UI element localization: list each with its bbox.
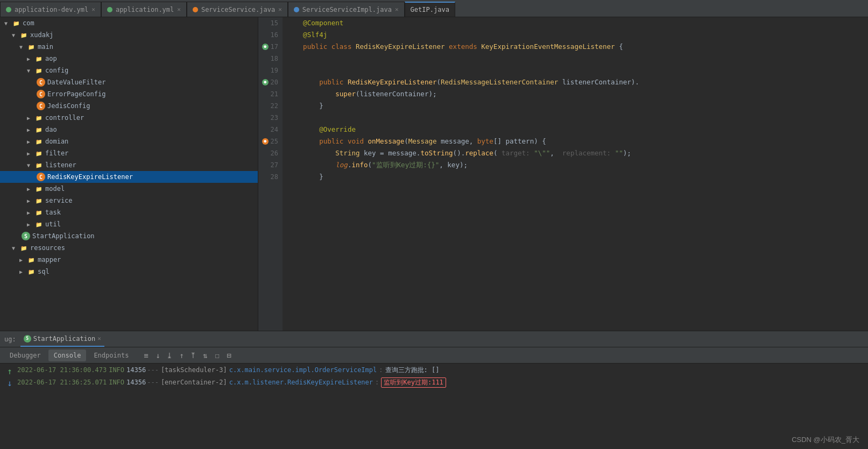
tab-service-service-impl-java[interactable]: ServiceServiceImpl.java ✕ — [288, 2, 405, 17]
tab-debugger-label: Debugger — [10, 352, 41, 359]
tab-endpoints[interactable]: Endpoints — [88, 350, 134, 361]
arrow-model: ▶ — [27, 186, 34, 192]
tree-item-startapplication[interactable]: S StartApplication — [0, 230, 258, 242]
debug-tab-startapplication[interactable]: S StartApplication ✕ — [20, 331, 104, 347]
arrow-sql: ▶ — [19, 269, 27, 275]
tab-application-yml[interactable]: application.yml ✕ — [101, 2, 187, 17]
line-28: 28 — [263, 171, 278, 183]
tree-item-service[interactable]: ▶ 📁 service — [0, 195, 258, 206]
tree-item-listener[interactable]: ▼ 📁 listener — [0, 159, 258, 171]
code-editor[interactable]: 15 16 ● 17 18 19 ● 20 — [258, 17, 868, 331]
tab-label-service-service-java: ServiceService.java — [201, 6, 275, 13]
code-line-17: public class RedisKeyExpireListener exte… — [287, 41, 868, 53]
toolbar-btn-stop[interactable]: ☐ — [211, 350, 222, 361]
toolbar-btn-menu[interactable]: ≡ — [140, 350, 151, 361]
tab-label-application-yml: application.yml — [116, 6, 174, 13]
log-pid-2: 14356 — [126, 379, 146, 386]
tree-item-main[interactable]: ▼ 📁 main — [0, 41, 258, 53]
watermark-text: CSDN @小码农_胥大 — [792, 436, 859, 444]
tab-service-service-java[interactable]: ServiceService.java ✕ — [187, 2, 288, 17]
tree-label-main: main — [38, 43, 53, 51]
tree-label-xudakj: xudakj — [30, 31, 53, 39]
tree-label-filter: filter — [45, 149, 68, 157]
tree-item-dao[interactable]: ▶ 📁 dao — [0, 124, 258, 136]
line-24: 24 — [263, 124, 278, 136]
tab-close-service-service-impl[interactable]: ✕ — [395, 6, 399, 13]
bottom-panel: ug: S StartApplication ✕ Debugger Consol… — [0, 331, 868, 449]
tab-application-dev-yml[interactable]: application-dev.yml ✕ — [0, 2, 101, 17]
tab-label-service-service-impl-java: ServiceServiceImpl.java — [302, 6, 392, 13]
debug-session-close[interactable]: ✕ — [97, 335, 101, 342]
toolbar-btn-down[interactable]: ↓ — [152, 350, 163, 361]
code-line-16: @Slf4j — [287, 29, 868, 41]
tree-item-domian[interactable]: ▶ 📁 domian — [0, 136, 258, 147]
tree-item-com[interactable]: ▼ 📁 com — [0, 17, 258, 29]
tree-item-sql[interactable]: ▶ 📁 sql — [0, 266, 258, 277]
tree-item-filter[interactable]: ▶ 📁 filter — [0, 147, 258, 159]
code-line-22: } — [287, 100, 868, 112]
log-colon-2: : — [375, 379, 379, 386]
toolbar-btn-swap[interactable]: ⇅ — [200, 350, 210, 361]
tree-item-xudakj[interactable]: ▼ 📁 xudakj — [0, 29, 258, 41]
tab-icon-blue — [294, 7, 299, 12]
console-toolbar: ≡ ↓ ⤓ ↑ ⤒ ⇅ ☐ ⊟ — [140, 350, 234, 361]
tree-label-jedisconfig: JedisConfig — [47, 102, 90, 110]
console-down-arrow[interactable]: ↓ — [7, 377, 12, 389]
tree-item-jedisconfig[interactable]: C JedisConfig — [0, 100, 258, 112]
tree-label-resources: resources — [30, 244, 65, 252]
tab-icon-green-2 — [107, 7, 112, 12]
tab-console[interactable]: Console — [48, 350, 87, 361]
tree-item-errorpageconfig[interactable]: C ErrorPageConfig — [0, 88, 258, 100]
folder-icon-domian: 📁 — [34, 137, 43, 146]
watermark: CSDN @小码农_胥大 — [792, 435, 859, 445]
tab-close-service-service-java[interactable]: ✕ — [278, 6, 282, 13]
tab-debugger[interactable]: Debugger — [4, 350, 46, 361]
tree-label-domian: domian — [45, 138, 68, 145]
code-line-24: @Override — [287, 124, 868, 136]
code-line-18 — [287, 53, 868, 65]
code-lines: @Component @Slf4j public class RedisKeyE… — [283, 17, 868, 331]
folder-icon-dao: 📁 — [34, 125, 43, 134]
arrow-mapper: ▶ — [19, 257, 27, 263]
tab-close-application-yml[interactable]: ✕ — [177, 6, 181, 13]
log-line-2: 2022-06-17 21:36:25.071 INFO 14356 --- [… — [17, 377, 864, 389]
gutter-icon-25: ● — [262, 138, 269, 145]
tab-close-application-dev-yml[interactable]: ✕ — [91, 6, 95, 13]
line-19: 19 — [263, 65, 278, 76]
tree-item-aop[interactable]: ▶ 📁 aop — [0, 53, 258, 65]
log-line-1: 2022-06-17 21:36:00.473 INFO 14356 --- [… — [17, 366, 864, 377]
tree-item-model[interactable]: ▶ 📁 model — [0, 183, 258, 195]
tree-item-util[interactable]: ▶ 📁 util — [0, 218, 258, 230]
console-log-lines: 2022-06-17 21:36:00.473 INFO 14356 --- [… — [17, 366, 864, 389]
toolbar-btn-clear[interactable]: ⊟ — [223, 350, 234, 361]
tree-item-rediskeyexpirelistener[interactable]: C RedisKeyExpireListener — [0, 171, 258, 183]
arrow-domian: ▶ — [27, 139, 34, 145]
console-up-arrow[interactable]: ↑ — [7, 366, 12, 377]
arrow-config: ▼ — [27, 68, 34, 74]
tab-getip-java[interactable]: GetIP.java — [405, 2, 455, 17]
main-area: ▼ 📁 com ▼ 📁 xudakj ▼ 📁 main ▶ 📁 aop ▼ 📁 … — [0, 17, 868, 331]
tree-item-mapper[interactable]: ▶ 📁 mapper — [0, 254, 258, 266]
debug-session-name: StartApplication — [33, 335, 96, 343]
spring-icon-startapplication: S — [22, 232, 30, 240]
arrow-listener: ▼ — [27, 162, 34, 168]
toolbar-btn-up[interactable]: ↑ — [176, 350, 187, 361]
folder-icon-aop: 📁 — [34, 54, 43, 63]
tree-item-controller[interactable]: ▶ 📁 controller — [0, 112, 258, 124]
toolbar-btn-down-end[interactable]: ⤓ — [164, 350, 175, 361]
tree-item-resources[interactable]: ▼ 📁 resources — [0, 242, 258, 254]
tree-item-task[interactable]: ▶ 📁 task — [0, 206, 258, 218]
debug-tab-label: ug: — [4, 336, 16, 343]
line-23: 23 — [263, 112, 278, 124]
toolbar-btn-up-end[interactable]: ⤒ — [188, 350, 199, 361]
tree-item-config[interactable]: ▼ 📁 config — [0, 65, 258, 76]
java-icon-datevaluefilter: C — [37, 78, 45, 87]
arrow-util: ▶ — [27, 222, 34, 227]
tree-item-datevaluefilter[interactable]: C DateValueFilter — [0, 76, 258, 88]
java-icon-jedisconfig: C — [37, 102, 45, 110]
log-msg-2-highlight: 监听到Key过期:111 — [381, 377, 446, 388]
log-thread-1: [taskScheduler-3] — [161, 366, 227, 374]
arrow-resources: ▼ — [12, 245, 19, 251]
folder-icon-service: 📁 — [34, 196, 43, 205]
line-25: ● 25 — [263, 136, 278, 147]
